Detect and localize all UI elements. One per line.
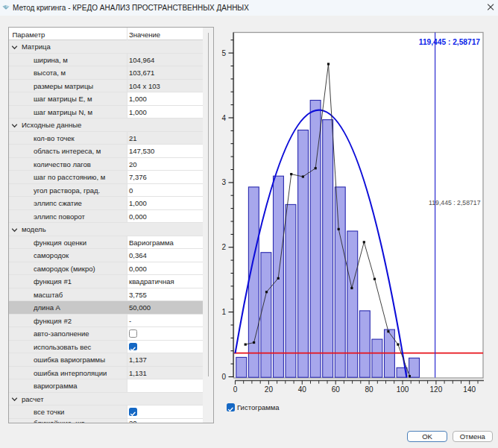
- svg-text:5: 5: [221, 49, 226, 57]
- svg-text:80: 80: [365, 385, 374, 394]
- svg-text:119,445 : 2,58717: 119,445 : 2,58717: [429, 199, 481, 206]
- svg-text:40: 40: [298, 385, 307, 394]
- svg-text:119,445 : 2,58717: 119,445 : 2,58717: [419, 38, 480, 46]
- svg-text:120: 120: [430, 385, 443, 394]
- svg-text:2: 2: [221, 243, 226, 251]
- svg-text:60: 60: [332, 385, 341, 394]
- svg-text:100: 100: [397, 385, 409, 394]
- svg-text:3: 3: [221, 178, 226, 186]
- svg-text:4: 4: [221, 114, 226, 122]
- svg-text:0: 0: [233, 385, 238, 394]
- svg-text:0: 0: [221, 373, 226, 381]
- svg-text:140: 140: [463, 385, 476, 394]
- svg-text:1: 1: [221, 308, 226, 316]
- svg-text:20: 20: [265, 385, 274, 394]
